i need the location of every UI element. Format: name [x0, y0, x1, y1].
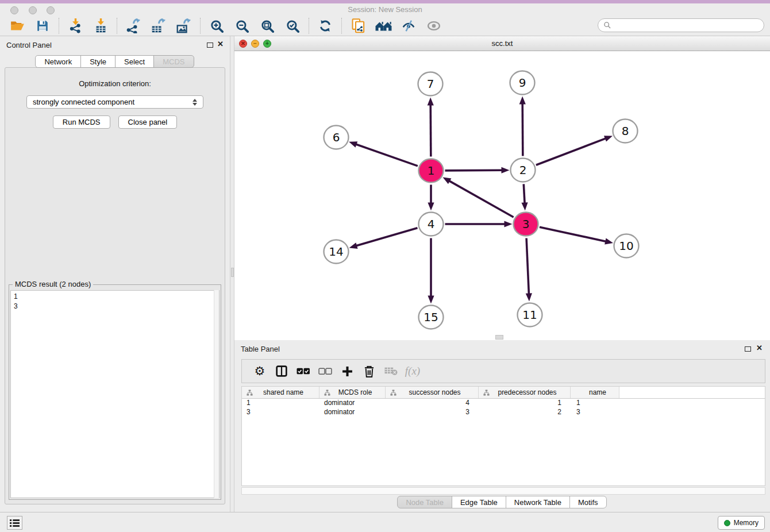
zoom-in-button[interactable]	[204, 17, 229, 34]
canvas-splitter-grip[interactable]	[495, 335, 503, 340]
tab-node-table[interactable]: Node Table	[397, 496, 452, 508]
refresh-button[interactable]	[313, 17, 338, 34]
show-all-icon	[427, 21, 441, 31]
edge-2-8[interactable]	[536, 136, 613, 165]
task-history-button[interactable]	[7, 516, 22, 530]
node-label: 3	[522, 217, 530, 231]
node-7[interactable]: 7	[418, 72, 443, 96]
clone-network-button[interactable]	[345, 17, 371, 34]
table-panel-float-icon[interactable]	[745, 346, 751, 352]
node-14[interactable]: 14	[324, 240, 349, 264]
show-all-button[interactable]	[421, 17, 446, 34]
tab-style[interactable]: Style	[80, 55, 116, 68]
node-label: 8	[622, 124, 629, 138]
column-header-successor-nodes[interactable]: successor nodes	[386, 387, 479, 398]
column-header-mcds-role[interactable]: MCDS role	[319, 387, 386, 398]
dropdown-stepper-icon	[192, 99, 197, 106]
column-header-shared-name[interactable]: shared name	[242, 387, 319, 398]
arrowhead-icon	[605, 238, 613, 245]
table-toolbar: ⚙f(x)	[241, 359, 765, 383]
arrowhead-icon	[349, 242, 358, 249]
select-all-button[interactable]	[292, 361, 314, 381]
edge-2-3[interactable]	[521, 184, 528, 210]
table-horizontal-scrollbar[interactable]	[241, 487, 765, 495]
node-15[interactable]: 15	[419, 306, 444, 329]
run-mcds-button[interactable]: Run MCDS	[53, 115, 110, 129]
control-panel-float-icon[interactable]	[207, 43, 213, 48]
import-network-button[interactable]	[63, 17, 88, 34]
close-panel-button[interactable]: Close panel	[118, 115, 178, 129]
settings-button[interactable]: ⚙	[249, 361, 271, 381]
column-header-name[interactable]: name	[571, 387, 619, 398]
edge-1-7[interactable]	[428, 97, 434, 156]
node-10[interactable]: 10	[614, 234, 639, 258]
window-titlebar[interactable]: Session: New Session	[0, 3, 770, 16]
save-session-button[interactable]	[30, 17, 55, 34]
edge-3-11[interactable]	[526, 238, 532, 301]
columns-button[interactable]	[271, 361, 292, 381]
vertical-splitter[interactable]	[230, 36, 234, 512]
deselect-all-button[interactable]	[314, 361, 336, 381]
edge-1-2[interactable]	[445, 167, 509, 174]
result-scrollbar[interactable]	[214, 290, 219, 498]
tab-network-table[interactable]: Network Table	[506, 496, 570, 508]
arrowhead-icon	[505, 221, 513, 227]
criterion-dropdown[interactable]: strongly connected component	[26, 95, 203, 109]
tab-motifs[interactable]: Motifs	[569, 496, 607, 508]
export-image-button[interactable]	[171, 17, 197, 34]
node-6[interactable]: 6	[324, 126, 349, 149]
arrowhead-icon	[501, 167, 509, 174]
delete-row-button[interactable]	[358, 361, 380, 381]
edge-2-9[interactable]	[519, 96, 526, 156]
zoom-fit-button[interactable]	[255, 17, 280, 34]
edge-4-15[interactable]	[428, 238, 434, 304]
node-2[interactable]: 2	[511, 159, 536, 182]
edge-4-3[interactable]	[445, 221, 513, 227]
table-panel-tabs: Node TableEdge TableNetwork TableMotifs	[234, 496, 770, 508]
import-table-button[interactable]	[88, 17, 113, 34]
splitter-grip[interactable]	[231, 268, 234, 277]
edge-3-1[interactable]	[442, 178, 513, 217]
edge-3-10[interactable]	[540, 227, 613, 244]
node-1[interactable]: 1	[419, 159, 444, 183]
tab-network[interactable]: Network	[35, 55, 81, 68]
node-9[interactable]: 9	[510, 71, 535, 95]
control-panel-close-icon[interactable]: ✕	[217, 40, 224, 48]
edge-1-6[interactable]	[349, 141, 418, 166]
first-neighbors-icon	[375, 20, 392, 32]
column-header-predecessor-nodes[interactable]: predecessor nodes	[479, 387, 571, 398]
network-graph: 7968124314101511	[234, 51, 770, 340]
export-table-button[interactable]	[146, 17, 171, 34]
column-header-label: predecessor nodes	[479, 388, 570, 396]
network-window-titlebar[interactable]: ✕ − + scc.txt	[234, 36, 770, 51]
first-neighbors-button[interactable]	[371, 17, 396, 34]
tab-edge-table[interactable]: Edge Table	[452, 496, 506, 508]
node-8[interactable]: 8	[613, 119, 638, 143]
hide-selected-button[interactable]	[396, 17, 421, 34]
mcds-result-text[interactable]: 1 3	[10, 290, 220, 498]
node-label: 14	[329, 245, 343, 259]
tab-mcds[interactable]: MCDS	[153, 55, 194, 68]
table-row[interactable]: 1dominator411	[242, 399, 765, 408]
open-file-button[interactable]	[5, 17, 30, 34]
node-11[interactable]: 11	[518, 303, 542, 327]
zoom-out-button[interactable]	[229, 17, 255, 34]
edge-4-14[interactable]	[349, 228, 418, 249]
search-input[interactable]	[614, 21, 759, 29]
table-row[interactable]: 3dominator323	[242, 408, 765, 417]
tab-select[interactable]: Select	[115, 55, 154, 68]
zoom-selected-button[interactable]	[280, 17, 305, 34]
edge-1-4[interactable]	[428, 185, 434, 211]
node-3[interactable]: 3	[514, 213, 538, 236]
add-row-button[interactable]	[336, 361, 358, 381]
node-label: 9	[519, 76, 526, 90]
node-4[interactable]: 4	[419, 213, 444, 236]
search-field[interactable]	[598, 18, 764, 32]
table-panel-close-icon[interactable]: ✕	[756, 344, 763, 352]
network-canvas[interactable]: 7968124314101511	[234, 51, 770, 340]
column-header-label: name	[571, 388, 619, 396]
settings-icon: ⚙	[255, 365, 265, 377]
function-icon: f(x)	[405, 365, 420, 377]
export-network-button[interactable]	[121, 17, 146, 34]
memory-button[interactable]: Memory	[718, 516, 765, 530]
